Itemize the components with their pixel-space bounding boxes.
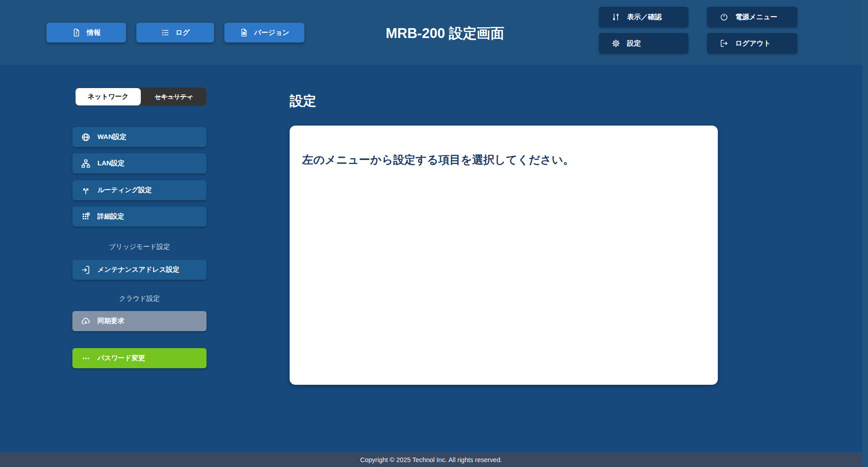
sidebar-item-sync-request[interactable]: 同期要求: [72, 311, 206, 331]
sidebar-item-label: 同期要求: [97, 317, 124, 325]
sidebar-item-routing-settings[interactable]: ルーティング設定: [72, 180, 206, 200]
card-message: 左のメニューから設定する項目を選択してください。: [290, 126, 718, 167]
list-icon: [161, 28, 170, 37]
gear-icon: [611, 39, 620, 48]
bridge-mode-section-label: ブリッジモード設定: [72, 243, 206, 251]
power-icon: [720, 13, 729, 21]
globe-icon: [81, 132, 91, 142]
log-button[interactable]: ログ: [136, 23, 214, 42]
display-confirm-button[interactable]: 表示／確認: [599, 7, 688, 27]
version-button-label: バージョン: [254, 28, 290, 38]
grid-alert-icon: [81, 212, 91, 222]
info-button[interactable]: 情報: [46, 23, 126, 42]
sidebar-item-label: メンテナンスアドレス設定: [97, 265, 180, 274]
tab-security[interactable]: セキュリティ: [141, 88, 206, 106]
password-change-button[interactable]: パスワード変更: [72, 348, 206, 368]
login-icon: [81, 265, 91, 275]
content-card: 左のメニューから設定する項目を選択してください。: [290, 126, 718, 385]
sidebar-item-lan-settings[interactable]: LAN設定: [72, 153, 206, 173]
power-menu-label: 電源メニュー: [735, 13, 777, 22]
vertical-scrollbar[interactable]: [862, 0, 868, 467]
tab-network-label: ネットワーク: [88, 93, 129, 101]
logout-button[interactable]: ログアウト: [707, 33, 797, 54]
sliders-icon: [611, 13, 620, 21]
version-button[interactable]: バージョン: [224, 23, 304, 42]
sidebar-tabbar: ネットワーク セキュリティ: [75, 88, 206, 106]
file-info-icon: [72, 28, 81, 37]
settings-button[interactable]: 設定: [599, 33, 688, 54]
settings-label: 設定: [627, 39, 641, 48]
ellipsis-icon: [81, 353, 91, 363]
page-title: MRB-200 設定画面: [386, 24, 504, 43]
tab-network[interactable]: ネットワーク: [76, 88, 141, 105]
footer-bar: Copyright © 2025 Technol Inc. All rights…: [0, 453, 862, 467]
logout-icon: [720, 39, 729, 48]
tab-security-label: セキュリティ: [155, 93, 193, 101]
sidebar-item-maintenance-address[interactable]: メンテナンスアドレス設定: [72, 260, 206, 280]
sidebar-item-label: ルーティング設定: [97, 186, 152, 194]
copyright-text: Copyright © 2025 Technol Inc. All rights…: [360, 456, 502, 463]
route-split-icon: [81, 185, 91, 195]
sidebar-item-advanced-settings[interactable]: 詳細設定: [72, 206, 206, 227]
cloud-section-label: クラウド設定: [72, 295, 206, 303]
display-confirm-label: 表示／確認: [627, 13, 662, 22]
header-menu-grid: 表示／確認 電源メニュー 設定 ログアウト: [599, 7, 797, 54]
header-nav-left: 情報 ログ バージョン: [46, 23, 304, 42]
power-menu-button[interactable]: 電源メニュー: [707, 7, 797, 27]
sidebar-item-label: LAN設定: [97, 159, 125, 168]
sidebar-item-label: WAN設定: [97, 133, 126, 141]
sidebar-item-wan-settings[interactable]: WAN設定: [72, 127, 206, 147]
cloud-download-icon: [81, 316, 91, 326]
content-heading: 設定: [290, 92, 316, 110]
file-version-icon: [240, 28, 249, 37]
info-button-label: 情報: [87, 28, 101, 38]
logout-label: ログアウト: [735, 39, 771, 48]
password-change-label: パスワード変更: [97, 354, 145, 362]
lan-icon: [81, 159, 91, 168]
sidebar-item-label: 詳細設定: [97, 212, 124, 221]
log-button-label: ログ: [176, 28, 190, 38]
